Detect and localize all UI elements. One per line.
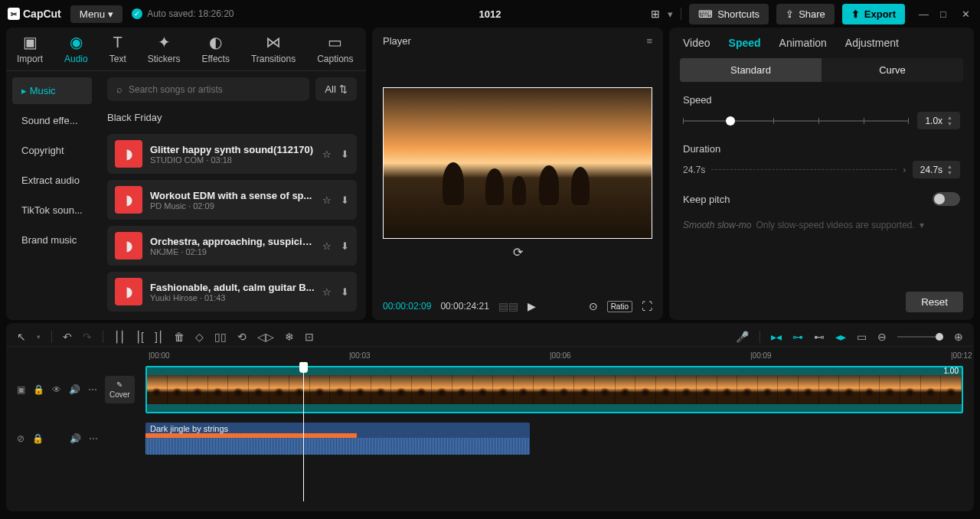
sidebar-item-tiktok-sounds[interactable]: TikTok soun... [12, 197, 92, 224]
inspector-tab-speed[interactable]: Speed [729, 37, 761, 49]
undo-button[interactable]: ↶ [63, 331, 72, 343]
refresh-icon[interactable]: ⟳ [513, 246, 523, 259]
more-icon[interactable]: ⋯ [88, 384, 97, 395]
cover-button[interactable]: ✎Cover [105, 376, 135, 403]
search-input[interactable] [129, 84, 300, 95]
mirror-tool[interactable]: ◁▷ [257, 331, 274, 343]
group-tool[interactable]: ▯▯ [214, 331, 227, 343]
link-tool[interactable]: ⊶ [792, 331, 803, 343]
zoom-in-button[interactable]: ⊕ [954, 331, 963, 343]
tab-stickers[interactable]: ✦Stickers [148, 34, 181, 64]
track-meta: PD Music · 02:09 [150, 201, 315, 211]
ratio-button[interactable]: Ratio [607, 301, 632, 312]
mic-icon[interactable]: 🎤 [736, 331, 749, 343]
close-button[interactable]: ✕ [962, 8, 972, 19]
sidebar-item-sound-effects[interactable]: Sound effe... [12, 107, 92, 134]
favorite-icon[interactable]: ☆ [322, 149, 332, 160]
track-title: Fashionable, adult, calm guitar B... [150, 282, 315, 293]
project-title[interactable]: 1012 [479, 8, 501, 20]
play-button[interactable]: ▶ [528, 300, 536, 312]
compare-icon[interactable]: ▤▤ [498, 300, 518, 312]
stepper-icon[interactable]: ▲▼ [947, 115, 952, 126]
download-icon[interactable]: ⬇ [341, 149, 349, 160]
track-item[interactable]: ◗ Orchestra, approaching, suspicio... NK… [107, 226, 357, 266]
tab-text[interactable]: TText [109, 34, 126, 64]
track-title: Orchestra, approaching, suspicio... [150, 236, 315, 247]
speed-value[interactable]: 1.0x▲▼ [917, 112, 960, 129]
import-icon: ▣ [23, 34, 38, 51]
chain-tool[interactable]: ⊷ [814, 331, 825, 343]
favorite-icon[interactable]: ☆ [322, 286, 332, 298]
timeline-ruler[interactable]: |00:00 |00:03 |00:06 |00:09 |00:12 [6, 347, 974, 364]
filter-button[interactable]: All ⇅ [315, 77, 357, 101]
sidebar-item-music[interactable]: ▸ Music [12, 77, 92, 104]
search-box[interactable]: ⌕ [107, 77, 309, 101]
search-icon: ⌕ [116, 83, 122, 95]
split-tool[interactable]: ⎮⎮ [114, 331, 125, 343]
download-icon[interactable]: ⬇ [341, 286, 349, 298]
trim-right-tool[interactable]: ]⎮ [155, 331, 163, 343]
tab-audio[interactable]: ◉Audio [64, 34, 88, 64]
export-button[interactable]: ⬆Export [842, 4, 905, 24]
inspector-tab-video[interactable]: Video [683, 37, 710, 49]
preview-tool[interactable]: ◂▸ [835, 331, 846, 343]
track-art: ◗ [115, 278, 142, 305]
speed-subtab-curve[interactable]: Curve [822, 58, 963, 82]
tab-import[interactable]: ▣Import [17, 34, 43, 64]
minimize-button[interactable]: — [919, 8, 929, 19]
zoom-out-button[interactable]: ⊖ [877, 331, 887, 343]
inspector-tab-animation[interactable]: Animation [779, 37, 827, 49]
speaker-icon[interactable]: 🔊 [69, 384, 80, 395]
layout-icon[interactable]: ⊞ [651, 8, 660, 20]
more-icon[interactable]: ⋯ [89, 433, 98, 444]
snap-tool[interactable]: ▸◂ [771, 331, 782, 343]
favorite-icon[interactable]: ☆ [322, 194, 332, 206]
fullscreen-icon[interactable]: ⛶ [642, 300, 652, 312]
download-icon[interactable]: ⬇ [341, 194, 349, 206]
speaker-icon[interactable]: 🔊 [70, 433, 81, 444]
crop-tool[interactable]: ⊡ [305, 331, 314, 343]
delete-tool[interactable]: 🗑 [174, 331, 185, 343]
menu-button[interactable]: Menu▾ [70, 5, 122, 23]
lock-icon[interactable]: 🔒 [32, 433, 44, 444]
shortcuts-button[interactable]: ⌨Shortcuts [689, 4, 769, 24]
maximize-button[interactable]: □ [940, 8, 951, 19]
tab-transitions[interactable]: ⋈Transitions [251, 34, 296, 64]
rotate-tool[interactable]: ⟲ [237, 331, 247, 343]
sidebar-item-copyright[interactable]: Copyright [12, 137, 92, 164]
keep-pitch-toggle[interactable] [933, 192, 960, 206]
playhead[interactable] [303, 364, 304, 501]
track-item[interactable]: ◗ Workout EDM with a sense of sp... PD M… [107, 180, 357, 220]
zoom-slider[interactable] [897, 336, 943, 338]
tab-captions[interactable]: ▭Captions [317, 34, 353, 64]
focus-icon[interactable]: ⊙ [589, 300, 598, 312]
sidebar-item-brand-music[interactable]: Brand music [12, 227, 92, 253]
tab-effects[interactable]: ◐Effects [201, 34, 229, 64]
redo-button[interactable]: ↷ [83, 331, 92, 343]
track-item[interactable]: ◗ Fashionable, adult, calm guitar B... Y… [107, 272, 357, 312]
stepper-icon[interactable]: ▲▼ [947, 164, 952, 175]
player-menu-icon[interactable]: ≡ [646, 35, 652, 47]
favorite-icon[interactable]: ☆ [322, 240, 332, 252]
video-clip[interactable]: 1.00 [145, 366, 963, 413]
audio-clip[interactable]: Dark jingle by strings [145, 423, 530, 455]
share-button[interactable]: ⇪Share [776, 4, 835, 24]
track-toggle-icon[interactable]: ▣ [17, 384, 25, 395]
pointer-tool[interactable]: ↖ [17, 331, 26, 343]
speed-slider[interactable] [683, 120, 908, 122]
track-toggle-icon[interactable]: ⊘ [17, 433, 24, 444]
download-icon[interactable]: ⬇ [341, 240, 349, 252]
marker-tool[interactable]: ◇ [195, 331, 204, 343]
mute-tool[interactable]: ▭ [857, 331, 867, 343]
eye-icon[interactable]: 👁 [52, 384, 61, 395]
sidebar-item-extract-audio[interactable]: Extract audio [12, 167, 92, 194]
lock-icon[interactable]: 🔒 [33, 384, 44, 395]
freeze-tool[interactable]: ❄ [285, 331, 294, 343]
duration-value[interactable]: 24.7s▲▼ [913, 161, 960, 178]
reset-button[interactable]: Reset [906, 292, 963, 312]
trim-left-tool[interactable]: ⎮[ [136, 331, 144, 343]
track-item[interactable]: ◗ Glitter happy synth sound(112170) STUD… [107, 134, 357, 174]
player-preview[interactable] [383, 87, 652, 239]
inspector-tab-adjustment[interactable]: Adjustment [845, 37, 899, 49]
speed-subtab-standard[interactable]: Standard [680, 58, 822, 82]
